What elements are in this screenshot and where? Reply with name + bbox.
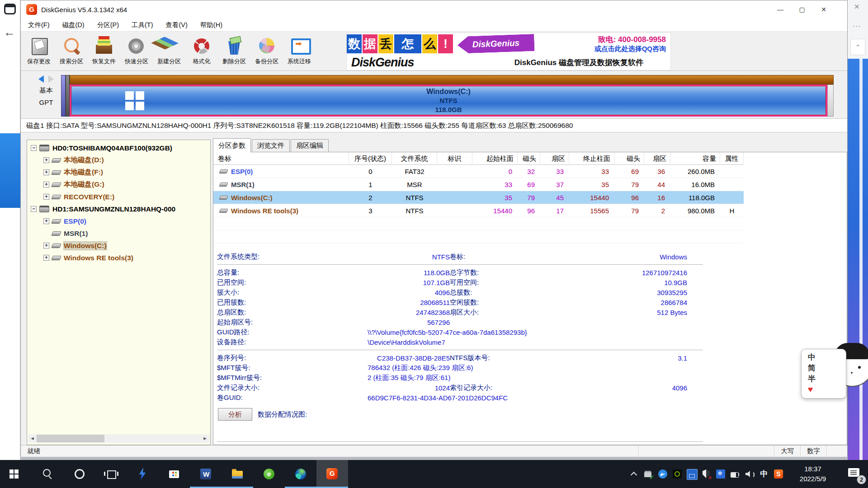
quick-partition-button[interactable]: 快速分区 — [120, 32, 153, 70]
pinned-app-word[interactable] — [190, 460, 222, 488]
browser-tab-icon[interactable] — [4, 4, 16, 14]
start-button[interactable] — [0, 460, 32, 488]
tray-sogou-icon[interactable]: S — [773, 469, 784, 479]
drive-icon — [51, 244, 61, 248]
tray-intel-graphics-icon[interactable] — [686, 469, 697, 479]
drive-icon — [51, 195, 61, 199]
pinned-app-edge[interactable] — [285, 460, 316, 488]
tree-item-hd1[interactable]: HD1:SAMSUNGMZNLN128HAHQ-000 — [27, 203, 210, 215]
expand-toggle-icon[interactable] — [43, 157, 49, 163]
ad-banner[interactable]: 数 据 丢 怎 么 ! DiskGenius 致电: 400-008-9958 — [346, 33, 671, 70]
table-row-esp[interactable]: ESP(0) 0 FAT32 0 32 33 33 69 36 260.0MB — [213, 165, 744, 178]
ime-mode-item[interactable]: 简 — [808, 363, 846, 374]
maximize-button[interactable]: ▢ — [791, 1, 813, 18]
pinned-app-explorer[interactable] — [222, 460, 253, 488]
partition-map-windows-c[interactable]: Windows(C:) NTFS 118.0GB — [70, 84, 827, 117]
detail-row: 文件记录大小:1024 索引记录大小:4096 — [217, 383, 847, 393]
pinned-app-store[interactable] — [158, 460, 190, 488]
expand-toggle-icon[interactable] — [43, 218, 49, 224]
cortana-button[interactable] — [63, 460, 95, 488]
scroll-left-icon[interactable]: ◂ — [28, 434, 37, 443]
scroll-up-icon[interactable]: ⌃ — [850, 39, 865, 55]
menu-view[interactable]: 查看(V) — [166, 21, 188, 29]
taskbar-clock[interactable]: 18:37 2022/5/9 — [790, 464, 835, 484]
scrollbar-thumb[interactable] — [37, 435, 104, 442]
ime-mode-item[interactable]: 半 — [808, 374, 846, 385]
recover-files-button[interactable]: 恢复文件 — [88, 32, 120, 70]
tree-item-windows-c[interactable]: Windows(C:) — [27, 239, 210, 252]
system-migration-button[interactable]: 系统迁移 — [283, 32, 316, 70]
menu-tools[interactable]: 工具(T) — [132, 21, 153, 29]
tray-volume-icon[interactable] — [744, 469, 755, 479]
analyze-button[interactable]: 分析 — [218, 408, 252, 421]
tray-security-shield-icon[interactable] — [701, 469, 712, 479]
search-partition-button[interactable]: 搜索分区 — [55, 32, 88, 70]
taskbar-search-button[interactable] — [32, 460, 63, 488]
partition-map-windows-re[interactable] — [827, 84, 834, 117]
table-header: 卷标 序号(状态) 文件系统 标识 起始柱面 磁头 扇区 — [213, 152, 744, 165]
background-close-icon[interactable]: ✕ — [854, 3, 860, 11]
menu-partition[interactable]: 分区(P) — [97, 21, 119, 29]
tray-print-status-icon[interactable] — [643, 469, 654, 479]
tree-item-local-d[interactable]: 本地磁盘(D:) — [27, 154, 210, 166]
table-row-msr[interactable]: MSR(1) 1 MSR 33 69 37 35 79 44 16.0MB — [213, 178, 744, 191]
banner-qq-link[interactable]: 或点击此处选择QQ咨询 — [594, 45, 666, 53]
expand-toggle-icon[interactable] — [43, 194, 49, 200]
partition-map-msr[interactable] — [66, 75, 70, 117]
more-options-icon[interactable]: ··· — [853, 22, 861, 29]
tab-partition-params[interactable]: 分区参数 — [213, 138, 251, 152]
tree-item-windows-re[interactable]: Windows RE tools(3) — [27, 252, 210, 264]
tree-item-msr[interactable]: MSR(1) — [27, 227, 210, 239]
disk-nav-next-icon[interactable] — [48, 75, 54, 83]
tray-nvidia-icon[interactable] — [672, 469, 683, 479]
expand-toggle-icon[interactable] — [43, 255, 49, 261]
disk-nav-prev-icon[interactable] — [38, 75, 44, 83]
tray-ime-lang-icon[interactable]: 中 — [759, 469, 769, 479]
expand-toggle-icon[interactable] — [43, 182, 49, 188]
tray-expand-icon[interactable] — [628, 469, 639, 479]
format-button[interactable]: 格式化 — [185, 32, 218, 70]
drive-icon — [51, 183, 61, 187]
partition-map-esp[interactable] — [61, 75, 66, 117]
menu-help[interactable]: 帮助(H) — [200, 21, 222, 29]
new-partition-button[interactable]: 新建分区 — [153, 32, 185, 70]
ime-toolbar[interactable]: 中 简 半 ♥ — [801, 349, 846, 399]
backup-partition-button[interactable]: 备份分区 — [250, 32, 283, 70]
tree-item-esp[interactable]: ESP(0) — [27, 215, 210, 227]
tree-item-local-f[interactable]: 本地磁盘(F:) — [27, 166, 210, 178]
task-view-button[interactable] — [95, 460, 127, 488]
tree-item-hd0[interactable]: HD0:TOSHIBAMQ04ABF100(932GB) — [27, 142, 210, 154]
drive-icon — [51, 219, 61, 224]
tray-power-icon[interactable] — [730, 469, 741, 479]
tab-sector-edit[interactable]: 扇区编辑 — [291, 139, 329, 152]
table-row-windows-c[interactable]: Windows(C:) 2 NTFS 35 79 45 15440 96 16 … — [213, 191, 744, 204]
volume-label: Windows RE tools(3) — [231, 207, 298, 215]
close-button[interactable]: ✕ — [813, 1, 835, 18]
table-row-windows-re[interactable]: Windows RE tools(3) 3 NTFS 15440 96 17 1… — [213, 204, 744, 217]
back-arrow-icon[interactable]: ← — [4, 25, 15, 39]
divider — [217, 441, 703, 442]
scroll-right-icon[interactable]: ▸ — [201, 434, 209, 443]
partition-map: Windows(C:) NTFS 118.0GB — [61, 75, 834, 117]
save-changes-button[interactable]: 保存更改 — [23, 32, 55, 70]
ime-mode-item[interactable]: 中 — [808, 352, 846, 363]
minimize-button[interactable]: — — [769, 1, 791, 18]
tree-horizontal-scrollbar[interactable]: ◂ ▸ — [28, 434, 209, 443]
action-center-button[interactable]: 2 — [842, 460, 868, 488]
pinned-app-browser[interactable] — [253, 460, 285, 488]
tab-browse-files[interactable]: 浏览文件 — [252, 139, 290, 152]
menu-file[interactable]: 文件(F) — [28, 21, 50, 29]
pinned-app-bolt[interactable] — [127, 460, 158, 488]
expand-toggle-icon[interactable] — [31, 206, 37, 212]
tree-item-local-g[interactable]: 本地磁盘(G:) — [27, 178, 210, 191]
menu-disk[interactable]: 磁盘(D) — [62, 21, 85, 29]
tray-snowflake-icon[interactable] — [715, 469, 726, 479]
ime-mode-item[interactable]: ♥ — [808, 385, 846, 395]
expand-toggle-icon[interactable] — [43, 169, 49, 175]
expand-toggle-icon[interactable] — [31, 145, 37, 151]
tree-item-recovery-e[interactable]: RECOVERY(E:) — [27, 191, 210, 203]
delete-partition-button[interactable]: 删除分区 — [218, 32, 250, 70]
app-diskgenius[interactable] — [316, 460, 348, 488]
tray-thunder-icon[interactable] — [657, 469, 668, 479]
expand-toggle-icon[interactable] — [43, 243, 49, 249]
